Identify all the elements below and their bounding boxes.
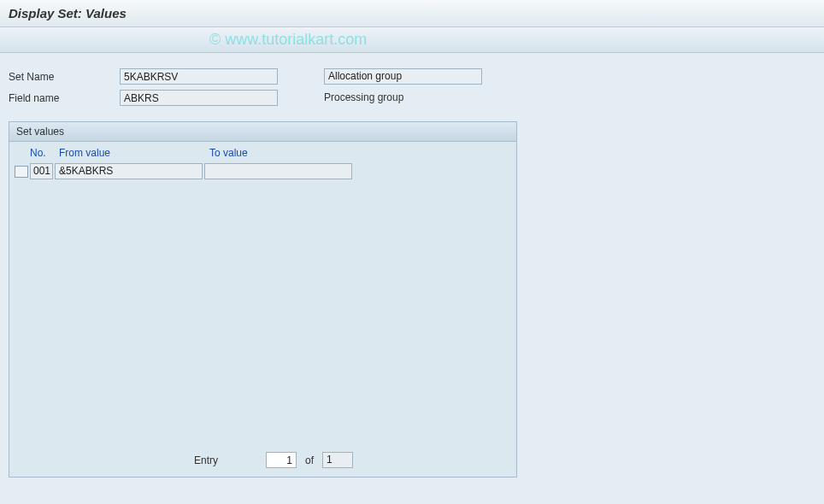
panel-footer: Entry of 1 [9, 447, 516, 477]
toolbar: © www.tutorialkart.com [0, 27, 824, 53]
field-name-input[interactable] [120, 90, 278, 106]
row-checkbox[interactable] [15, 166, 28, 178]
th-no: No. [30, 147, 56, 159]
set-name-label: Set Name [9, 71, 120, 83]
panel-body [9, 180, 516, 447]
entry-total: 1 [322, 452, 353, 468]
row-to-value[interactable] [204, 163, 352, 179]
table-row: 001 &5KABKRS [9, 162, 516, 180]
row-no: 001 [30, 163, 53, 179]
content-area: Set Name Allocation group Field name Pro… [0, 53, 824, 486]
set-name-input[interactable] [120, 68, 278, 85]
set-name-row: Set Name Allocation group [9, 68, 815, 85]
watermark: © www.tutorialkart.com [209, 31, 367, 49]
th-to: To value [209, 147, 363, 159]
table-header: No. From value To value [9, 142, 516, 162]
th-from: From value [56, 147, 209, 159]
page-title: Display Set: Values [0, 0, 824, 27]
of-label: of [305, 454, 314, 466]
field-name-label: Field name [9, 92, 120, 104]
field-name-row: Field name Processing group [9, 90, 815, 106]
set-values-panel: Set values No. From value To value 001 &… [9, 121, 517, 478]
th-checkbox [15, 147, 30, 159]
entry-input[interactable] [266, 452, 297, 468]
panel-header: Set values [9, 122, 516, 142]
set-name-desc: Allocation group [324, 68, 482, 85]
entry-label: Entry [194, 454, 218, 466]
field-name-desc: Processing group [324, 90, 403, 106]
row-from-value[interactable]: &5KABKRS [55, 163, 203, 179]
